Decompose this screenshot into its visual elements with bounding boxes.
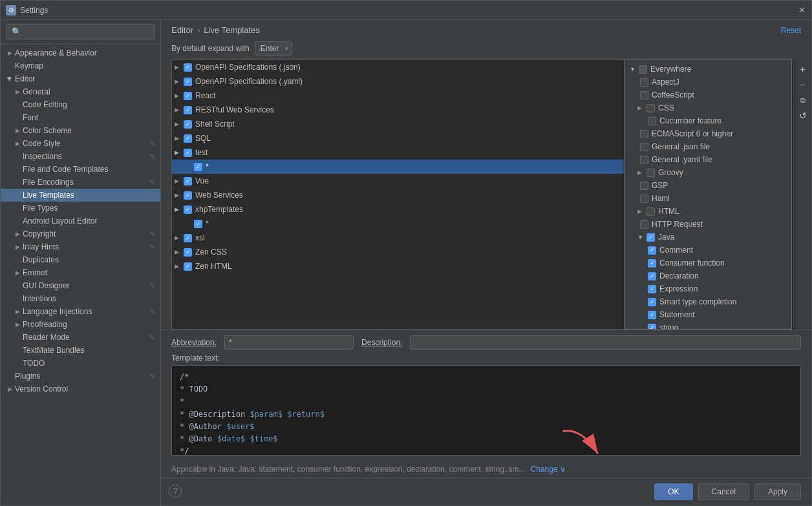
popup-checkbox[interactable]: [648, 324, 656, 330]
reset-button[interactable]: Reset: [781, 26, 801, 35]
popup-item[interactable]: General .yaml file: [625, 153, 791, 166]
abbreviation-input[interactable]: [224, 335, 354, 350]
popup-checkbox[interactable]: [640, 156, 648, 164]
restore-button[interactable]: ↺: [796, 109, 810, 123]
template-checkbox[interactable]: [184, 234, 192, 242]
popup-item[interactable]: AspectJ: [625, 76, 791, 89]
template-checkbox[interactable]: [184, 248, 192, 257]
template-checkbox[interactable]: [184, 120, 192, 129]
sidebar-item-version-control[interactable]: ▶ Version Control: [1, 383, 160, 395]
sidebar-item-file-code-templates[interactable]: ▶ File and Code Templates: [1, 163, 160, 176]
popup-item[interactable]: HTTP Request: [625, 218, 791, 231]
popup-checkbox[interactable]: [648, 285, 656, 293]
sidebar-item-reader-mode[interactable]: ▶ Reader Mode ✎: [1, 331, 160, 344]
close-button[interactable]: ✕: [797, 6, 806, 15]
sidebar-item-gui-designer[interactable]: ▶ GUI Designer ✎: [1, 279, 160, 292]
template-checkbox[interactable]: [184, 63, 192, 72]
popup-item[interactable]: Expression: [625, 282, 791, 295]
sidebar-item-font[interactable]: ▶ Font: [1, 111, 160, 124]
sidebar-item-duplicates[interactable]: ▶ Duplicates: [1, 253, 160, 266]
popup-checkbox[interactable]: [640, 220, 648, 229]
template-checkbox[interactable]: [184, 262, 192, 271]
help-button[interactable]: ?: [169, 485, 182, 498]
popup-checkbox[interactable]: [648, 311, 656, 319]
template-checkbox[interactable]: [184, 149, 192, 157]
sidebar-item-inlay-hints[interactable]: ▶ Inlay Hints ✎: [1, 240, 160, 253]
popup-item[interactable]: string: [625, 321, 791, 329]
sidebar-item-textmate[interactable]: ▶ TextMate Bundles: [1, 344, 160, 357]
popup-checkbox[interactable]: [640, 130, 648, 138]
remove-button[interactable]: −: [796, 78, 810, 92]
popup-item[interactable]: Cucumber feature: [625, 114, 791, 127]
popup-checkbox[interactable]: [646, 169, 655, 177]
sidebar-item-inspections[interactable]: ▶ Inspections ✎: [1, 150, 160, 163]
sidebar-item-editor[interactable]: ▶ Editor: [1, 72, 160, 85]
popup-checkbox[interactable]: [648, 117, 656, 125]
template-checkbox[interactable]: [184, 78, 192, 86]
template-checkbox[interactable]: [194, 163, 202, 171]
popup-item[interactable]: Declaration: [625, 269, 791, 282]
popup-item[interactable]: ▼ Java: [625, 231, 791, 244]
popup-item[interactable]: ▶ Groovy: [625, 166, 791, 179]
sidebar-item-code-editing[interactable]: ▶ Code Editing: [1, 98, 160, 111]
template-checkbox[interactable]: [194, 220, 202, 228]
popup-checkbox[interactable]: [646, 233, 655, 242]
description-input[interactable]: [410, 335, 801, 350]
popup-checkbox[interactable]: [640, 78, 648, 87]
popup-item[interactable]: ECMAScript 6 or higher: [625, 127, 791, 140]
copy-button[interactable]: ⧉: [796, 93, 810, 107]
popup-checkbox[interactable]: [648, 246, 656, 255]
popup-item[interactable]: GSP: [625, 179, 791, 192]
popup-checkbox[interactable]: [640, 195, 648, 203]
popup-item[interactable]: ▶ CSS: [625, 101, 791, 114]
template-editor[interactable]: /* * TODO * * @Description $param$ $retu…: [171, 365, 801, 456]
ok-button[interactable]: OK: [654, 483, 692, 500]
popup-item[interactable]: Haml: [625, 192, 791, 205]
popup-item[interactable]: CoffeeScript: [625, 89, 791, 101]
sidebar-item-copyright[interactable]: ▶ Copyright ✎: [1, 227, 160, 240]
popup-checkbox[interactable]: [640, 143, 648, 151]
sidebar-item-appearance[interactable]: ▶ Appearance & Behavior: [1, 47, 160, 59]
template-checkbox[interactable]: [184, 191, 192, 200]
sidebar-item-intentions[interactable]: ▶ Intentions: [1, 292, 160, 305]
popup-checkbox[interactable]: [646, 207, 655, 216]
sidebar-item-todo[interactable]: ▶ TODO: [1, 357, 160, 370]
popup-item[interactable]: Consumer function: [625, 257, 791, 269]
template-checkbox[interactable]: [184, 206, 192, 214]
sidebar-item-android-layout[interactable]: ▶ Android Layout Editor: [1, 215, 160, 227]
popup-checkbox[interactable]: [648, 298, 656, 306]
template-checkbox[interactable]: [184, 92, 192, 100]
sidebar-item-general[interactable]: ▶ General: [1, 85, 160, 98]
change-link[interactable]: Change ∨: [531, 465, 566, 474]
sidebar-item-emmet[interactable]: ▶ Emmet: [1, 266, 160, 279]
template-checkbox[interactable]: [184, 177, 192, 185]
dialog-body: ▶ Appearance & Behavior ▶ Keymap ▶ Edito…: [1, 20, 811, 505]
sidebar-item-file-types[interactable]: ▶ File Types: [1, 202, 160, 215]
sidebar-item-live-templates[interactable]: ▶ Live Templates: [1, 189, 160, 202]
sidebar-item-language-injections[interactable]: ▶ Language Injections ✎: [1, 305, 160, 318]
sidebar-item-plugins[interactable]: ▶ Plugins ✎: [1, 370, 160, 383]
sidebar-item-proofreading[interactable]: ▶ Proofreading: [1, 318, 160, 331]
popup-item[interactable]: ▼ Everywhere: [625, 63, 791, 76]
popup-item[interactable]: General .json file: [625, 140, 791, 153]
sidebar-item-code-style[interactable]: ▶ Code Style ✎: [1, 137, 160, 150]
popup-checkbox[interactable]: [646, 104, 655, 112]
popup-item[interactable]: Statement: [625, 308, 791, 321]
sidebar-item-color-scheme[interactable]: ▶ Color Scheme: [1, 124, 160, 137]
add-button[interactable]: +: [796, 62, 810, 76]
expand-dropdown[interactable]: Enter ▾: [255, 41, 293, 56]
popup-checkbox[interactable]: [640, 91, 648, 100]
template-checkbox[interactable]: [184, 134, 192, 143]
cancel-button[interactable]: Cancel: [698, 483, 749, 500]
popup-item[interactable]: Smart type completion: [625, 295, 791, 308]
popup-item-label: ECMAScript 6 or higher: [652, 129, 733, 138]
popup-checkbox[interactable]: [648, 272, 656, 280]
search-input[interactable]: [6, 24, 155, 39]
popup-item[interactable]: Comment: [625, 244, 791, 257]
popup-checkbox[interactable]: [648, 259, 656, 268]
sidebar-item-file-encodings[interactable]: ▶ File Encodings ✎: [1, 176, 160, 189]
template-checkbox[interactable]: [184, 106, 192, 114]
popup-checkbox[interactable]: [640, 182, 648, 190]
popup-item[interactable]: ▶ HTML: [625, 205, 791, 218]
sidebar-item-keymap[interactable]: ▶ Keymap: [1, 59, 160, 72]
